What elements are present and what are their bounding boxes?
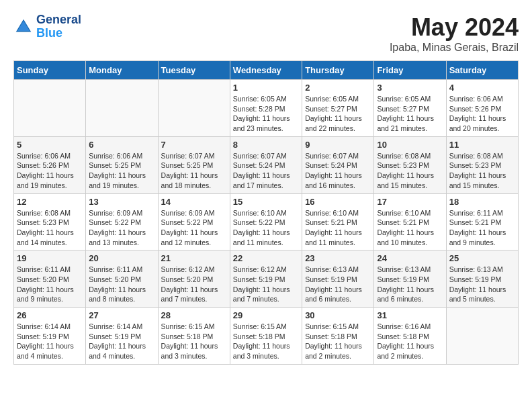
day-number: 4 — [449, 83, 515, 93]
day-info: Sunrise: 6:06 AM Sunset: 5:26 PM Dayligh… — [17, 151, 83, 191]
calendar-cell: 18Sunrise: 6:11 AM Sunset: 5:21 PM Dayli… — [446, 193, 518, 250]
calendar-cell — [14, 80, 86, 137]
day-number: 9 — [305, 140, 371, 150]
day-info: Sunrise: 6:09 AM Sunset: 5:22 PM Dayligh… — [161, 208, 227, 248]
calendar-cell: 13Sunrise: 6:09 AM Sunset: 5:22 PM Dayli… — [86, 193, 158, 250]
day-info: Sunrise: 6:08 AM Sunset: 5:23 PM Dayligh… — [17, 208, 83, 248]
day-number: 31 — [377, 310, 443, 320]
day-info: Sunrise: 6:07 AM Sunset: 5:25 PM Dayligh… — [161, 151, 227, 191]
day-number: 26 — [17, 310, 83, 320]
day-number: 27 — [89, 310, 154, 320]
calendar-cell: 6Sunrise: 6:06 AM Sunset: 5:25 PM Daylig… — [86, 136, 158, 193]
calendar-table: SundayMondayTuesdayWednesdayThursdayFrid… — [13, 60, 519, 365]
day-number: 10 — [377, 140, 443, 150]
calendar-cell: 5Sunrise: 6:06 AM Sunset: 5:26 PM Daylig… — [14, 136, 86, 193]
day-number: 6 — [89, 140, 154, 150]
day-number: 25 — [449, 253, 515, 263]
calendar-cell — [86, 80, 158, 137]
weekday-header-row: SundayMondayTuesdayWednesdayThursdayFrid… — [14, 61, 519, 80]
calendar-cell — [446, 308, 518, 365]
day-number: 7 — [161, 140, 227, 150]
title-section: May 2024 Ipaba, Minas Gerais, Brazil — [390, 13, 519, 54]
day-info: Sunrise: 6:05 AM Sunset: 5:28 PM Dayligh… — [233, 94, 299, 134]
day-info: Sunrise: 6:11 AM Sunset: 5:20 PM Dayligh… — [17, 265, 83, 304]
day-info: Sunrise: 6:06 AM Sunset: 5:25 PM Dayligh… — [89, 151, 154, 191]
day-info: Sunrise: 6:12 AM Sunset: 5:20 PM Dayligh… — [161, 265, 227, 304]
weekday-header-wednesday: Wednesday — [230, 61, 302, 80]
calendar-cell: 23Sunrise: 6:13 AM Sunset: 5:19 PM Dayli… — [302, 250, 374, 308]
day-info: Sunrise: 6:10 AM Sunset: 5:21 PM Dayligh… — [377, 208, 443, 248]
calendar-cell: 25Sunrise: 6:13 AM Sunset: 5:19 PM Dayli… — [446, 250, 518, 308]
calendar-cell: 11Sunrise: 6:08 AM Sunset: 5:23 PM Dayli… — [446, 136, 518, 193]
day-number: 24 — [377, 253, 443, 263]
day-number: 14 — [161, 197, 227, 207]
day-number: 20 — [89, 253, 154, 263]
day-number: 13 — [89, 197, 154, 207]
day-number: 21 — [161, 253, 227, 263]
calendar-cell: 8Sunrise: 6:07 AM Sunset: 5:24 PM Daylig… — [230, 136, 302, 193]
day-info: Sunrise: 6:06 AM Sunset: 5:26 PM Dayligh… — [449, 94, 515, 134]
calendar-cell: 24Sunrise: 6:13 AM Sunset: 5:19 PM Dayli… — [374, 250, 446, 308]
day-info: Sunrise: 6:15 AM Sunset: 5:18 PM Dayligh… — [305, 322, 371, 361]
day-info: Sunrise: 6:10 AM Sunset: 5:22 PM Dayligh… — [233, 208, 299, 248]
calendar-cell: 10Sunrise: 6:08 AM Sunset: 5:23 PM Dayli… — [374, 136, 446, 193]
day-info: Sunrise: 6:12 AM Sunset: 5:19 PM Dayligh… — [233, 265, 299, 304]
calendar-cell: 22Sunrise: 6:12 AM Sunset: 5:19 PM Dayli… — [230, 250, 302, 308]
calendar-cell: 7Sunrise: 6:07 AM Sunset: 5:25 PM Daylig… — [158, 136, 230, 193]
calendar-cell: 15Sunrise: 6:10 AM Sunset: 5:22 PM Dayli… — [230, 193, 302, 250]
day-number: 19 — [17, 253, 83, 263]
calendar-cell — [158, 80, 230, 137]
day-number: 11 — [449, 140, 515, 150]
calendar-cell: 1Sunrise: 6:05 AM Sunset: 5:28 PM Daylig… — [230, 80, 302, 137]
calendar-cell: 4Sunrise: 6:06 AM Sunset: 5:26 PM Daylig… — [446, 80, 518, 137]
day-number: 16 — [305, 197, 371, 207]
logo-line2: Blue — [36, 27, 81, 40]
day-number: 18 — [449, 197, 515, 207]
weekday-header-monday: Monday — [86, 61, 158, 80]
calendar-cell: 17Sunrise: 6:10 AM Sunset: 5:21 PM Dayli… — [374, 193, 446, 250]
day-number: 29 — [233, 310, 299, 320]
day-number: 12 — [17, 197, 83, 207]
logo-text: General Blue — [36, 13, 81, 40]
logo-icon — [13, 17, 34, 37]
day-info: Sunrise: 6:13 AM Sunset: 5:19 PM Dayligh… — [377, 265, 443, 304]
day-number: 1 — [233, 83, 299, 93]
svg-marker-1 — [17, 21, 30, 31]
day-info: Sunrise: 6:14 AM Sunset: 5:19 PM Dayligh… — [89, 322, 154, 361]
logo: General Blue — [13, 13, 81, 40]
day-info: Sunrise: 6:16 AM Sunset: 5:18 PM Dayligh… — [377, 322, 443, 361]
day-info: Sunrise: 6:05 AM Sunset: 5:27 PM Dayligh… — [305, 94, 371, 134]
day-number: 23 — [305, 253, 371, 263]
day-info: Sunrise: 6:05 AM Sunset: 5:27 PM Dayligh… — [377, 94, 443, 134]
calendar-cell: 19Sunrise: 6:11 AM Sunset: 5:20 PM Dayli… — [14, 250, 86, 308]
calendar-cell: 20Sunrise: 6:11 AM Sunset: 5:20 PM Dayli… — [86, 250, 158, 308]
week-row-3: 19Sunrise: 6:11 AM Sunset: 5:20 PM Dayli… — [14, 250, 519, 308]
week-row-1: 5Sunrise: 6:06 AM Sunset: 5:26 PM Daylig… — [14, 136, 519, 193]
day-info: Sunrise: 6:15 AM Sunset: 5:18 PM Dayligh… — [161, 322, 227, 361]
day-info: Sunrise: 6:08 AM Sunset: 5:23 PM Dayligh… — [377, 151, 443, 191]
calendar-cell: 28Sunrise: 6:15 AM Sunset: 5:18 PM Dayli… — [158, 308, 230, 365]
calendar-cell: 27Sunrise: 6:14 AM Sunset: 5:19 PM Dayli… — [86, 308, 158, 365]
calendar-cell: 21Sunrise: 6:12 AM Sunset: 5:20 PM Dayli… — [158, 250, 230, 308]
calendar-cell: 29Sunrise: 6:15 AM Sunset: 5:18 PM Dayli… — [230, 308, 302, 365]
day-info: Sunrise: 6:11 AM Sunset: 5:21 PM Dayligh… — [449, 208, 515, 248]
week-row-2: 12Sunrise: 6:08 AM Sunset: 5:23 PM Dayli… — [14, 193, 519, 250]
day-number: 5 — [17, 140, 83, 150]
weekday-header-thursday: Thursday — [302, 61, 374, 80]
weekday-header-friday: Friday — [374, 61, 446, 80]
weekday-header-saturday: Saturday — [446, 61, 518, 80]
day-number: 22 — [233, 253, 299, 263]
day-info: Sunrise: 6:11 AM Sunset: 5:20 PM Dayligh… — [89, 265, 154, 304]
day-number: 3 — [377, 83, 443, 93]
calendar-cell: 30Sunrise: 6:15 AM Sunset: 5:18 PM Dayli… — [302, 308, 374, 365]
day-info: Sunrise: 6:07 AM Sunset: 5:24 PM Dayligh… — [305, 151, 371, 191]
calendar-cell: 16Sunrise: 6:10 AM Sunset: 5:21 PM Dayli… — [302, 193, 374, 250]
day-number: 28 — [161, 310, 227, 320]
calendar-cell: 2Sunrise: 6:05 AM Sunset: 5:27 PM Daylig… — [302, 80, 374, 137]
day-number: 17 — [377, 197, 443, 207]
calendar-cell: 12Sunrise: 6:08 AM Sunset: 5:23 PM Dayli… — [14, 193, 86, 250]
day-info: Sunrise: 6:13 AM Sunset: 5:19 PM Dayligh… — [305, 265, 371, 304]
day-info: Sunrise: 6:13 AM Sunset: 5:19 PM Dayligh… — [449, 265, 515, 304]
day-number: 2 — [305, 83, 371, 93]
day-info: Sunrise: 6:08 AM Sunset: 5:23 PM Dayligh… — [449, 151, 515, 191]
